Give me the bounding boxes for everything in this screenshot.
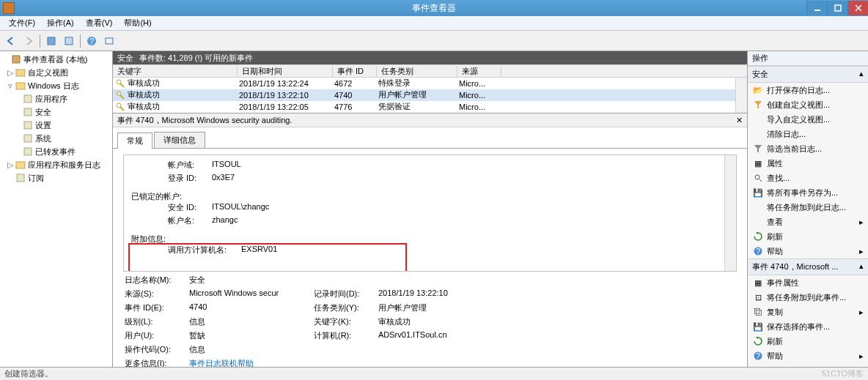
- minimize-button[interactable]: [806, 1, 827, 15]
- label-level: 级别(L):: [125, 316, 189, 327]
- col-datetime[interactable]: 日期和时间: [238, 66, 333, 77]
- action-filter-log[interactable]: 筛选当前日志...: [748, 141, 868, 156]
- action-attach-task-log[interactable]: 将任务附加到此日志...: [748, 200, 868, 215]
- key-icon: [116, 103, 125, 111]
- label-opcode: 操作代码(O):: [125, 344, 189, 355]
- actions-header: 操作: [748, 51, 868, 66]
- toolbar-btn-3[interactable]: [101, 33, 117, 49]
- label-keywords: 关键字(K):: [314, 316, 378, 327]
- svg-text:?: ?: [89, 37, 94, 45]
- svg-rect-13: [24, 108, 32, 116]
- col-keyword[interactable]: 关键字: [113, 66, 238, 77]
- refresh-icon: [752, 231, 764, 242]
- extra-info-section: 附加信息:: [131, 234, 729, 245]
- action-help-2[interactable]: ?帮助▸: [748, 349, 868, 363]
- chevron-right-icon: ▸: [859, 247, 864, 256]
- detail-scrollbar[interactable]: [724, 155, 736, 271]
- svg-rect-1: [835, 5, 841, 11]
- event-row[interactable]: 审核成功2018/1/19 13:22:104740用户帐户管理Micro...: [113, 89, 747, 101]
- collapse-icon[interactable]: ▴: [859, 69, 864, 80]
- label-user: 用户(U):: [125, 330, 189, 341]
- tree-security[interactable]: 安全: [1, 105, 111, 119]
- close-button[interactable]: [847, 1, 868, 15]
- action-refresh-2[interactable]: 刷新: [748, 334, 868, 349]
- task-icon: [752, 201, 764, 213]
- svg-line-20: [120, 83, 124, 87]
- help-icon[interactable]: ?: [84, 33, 100, 49]
- action-clear-log[interactable]: 清除日志...: [748, 127, 868, 141]
- detail-close-icon[interactable]: ✕: [736, 116, 743, 125]
- list-name: 安全: [117, 53, 133, 64]
- tab-details[interactable]: 详细信息: [154, 132, 205, 148]
- tree-subscriptions[interactable]: 订阅: [1, 171, 111, 185]
- toolbar-btn-1[interactable]: [43, 33, 59, 49]
- tree-application[interactable]: 应用程序: [1, 92, 111, 105]
- toolbar-btn-2[interactable]: [61, 33, 77, 49]
- import-icon: [752, 113, 764, 125]
- chevron-right-icon: ▸: [859, 217, 864, 227]
- column-headers: 关键字 日期和时间 事件 ID 任务类别 来源: [113, 64, 747, 78]
- action-open-saved-log[interactable]: 📂打开保存的日志...: [748, 83, 868, 97]
- more-info-link[interactable]: 事件日志联机帮助: [189, 358, 314, 367]
- save-icon: 💾: [752, 321, 764, 332]
- collapse-icon[interactable]: ▴: [859, 261, 864, 272]
- action-event-properties[interactable]: ▦事件属性: [748, 275, 868, 290]
- svg-rect-18: [17, 174, 24, 182]
- tree-custom-views[interactable]: ▷自定义视图: [1, 66, 111, 79]
- action-save-all-events[interactable]: 💾将所有事件另存为...: [748, 185, 868, 200]
- menu-view[interactable]: 查看(V): [80, 16, 119, 30]
- detail-title: 事件 4740，Microsoft Windows security audit…: [117, 115, 292, 126]
- tab-general[interactable]: 常规: [117, 133, 152, 149]
- col-source[interactable]: 来源: [457, 66, 501, 77]
- action-view[interactable]: 查看▸: [748, 215, 868, 229]
- menubar: 文件(F) 操作(A) 查看(V) 帮助(H): [0, 16, 868, 31]
- back-button[interactable]: [3, 33, 19, 49]
- action-refresh[interactable]: 刷新: [748, 229, 868, 244]
- action-import-custom-view[interactable]: 导入自定义视图...: [748, 112, 868, 127]
- list-scrollbar[interactable]: [735, 78, 747, 113]
- menu-file[interactable]: 文件(F): [3, 16, 41, 30]
- label-taskcat: 任务类别(Y):: [314, 302, 378, 313]
- tree-app-services[interactable]: ▷应用程序和服务日志: [1, 158, 111, 171]
- svg-rect-16: [24, 148, 32, 155]
- svg-line-22: [120, 95, 124, 99]
- event-row[interactable]: 审核成功2018/1/19 13:22:054776凭据验证Micro...: [113, 101, 747, 113]
- status-bar: 创建筛选器。 51CTO博客: [0, 367, 868, 380]
- svg-point-25: [755, 175, 760, 179]
- menu-help[interactable]: 帮助(H): [118, 16, 157, 30]
- action-copy[interactable]: ⿻复制▸: [748, 305, 868, 319]
- tree-windows-logs[interactable]: ▿Windows 日志: [1, 79, 111, 92]
- maximize-button[interactable]: [827, 1, 847, 15]
- action-create-custom-view[interactable]: 创建自定义视图...: [748, 97, 868, 112]
- actions-pane: 操作 安全▴ 📂打开保存的日志... 创建自定义视图... 导入自定义视图...…: [748, 51, 868, 367]
- svg-rect-14: [24, 122, 32, 129]
- label-account-domain: 帐户域:: [168, 160, 212, 171]
- list-count: 事件数: 41,289 (!) 可用的新事件: [139, 53, 253, 64]
- action-attach-task-event[interactable]: ⊡将任务附加到此事件...: [748, 290, 868, 305]
- svg-line-26: [760, 179, 762, 182]
- copy-icon: ⿻: [752, 306, 764, 318]
- tree-forwarded[interactable]: 已转发事件: [1, 145, 111, 158]
- detail-header: 事件 4740，Microsoft Windows security audit…: [113, 113, 747, 127]
- col-task[interactable]: 任务类别: [377, 66, 457, 77]
- key-icon: [116, 79, 125, 88]
- tree-system[interactable]: 系统: [1, 132, 111, 145]
- tree-root[interactable]: 事件查看器 (本地): [1, 53, 111, 66]
- svg-rect-12: [24, 95, 32, 103]
- col-id[interactable]: 事件 ID: [333, 66, 377, 77]
- forward-button[interactable]: [21, 33, 37, 49]
- menu-action[interactable]: 操作(A): [41, 16, 80, 30]
- action-properties[interactable]: ▦属性: [748, 156, 868, 171]
- find-icon: [752, 172, 764, 184]
- label-logname: 日志名称(M):: [125, 275, 189, 286]
- action-find[interactable]: 查找...: [748, 171, 868, 185]
- svg-rect-8: [106, 38, 113, 44]
- tree-setup[interactable]: 设置: [1, 119, 111, 132]
- funnel-icon: [752, 99, 764, 111]
- action-help[interactable]: ?帮助▸: [748, 244, 868, 258]
- toolbar: ?: [0, 31, 868, 51]
- clear-icon: [752, 128, 764, 140]
- label-recorded: 记录时间(D):: [314, 288, 378, 299]
- action-save-selected[interactable]: 💾保存选择的事件...: [748, 319, 868, 334]
- event-row[interactable]: 审核成功2018/1/19 13:22:244672特殊登录Micro...: [113, 78, 747, 89]
